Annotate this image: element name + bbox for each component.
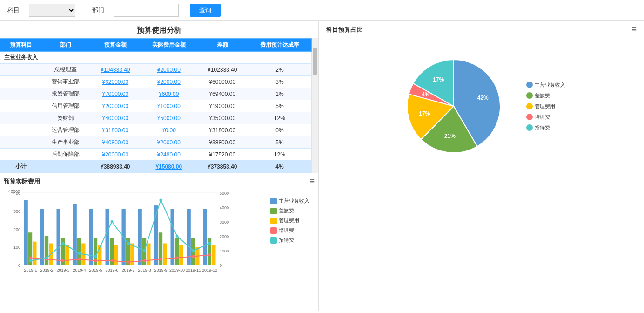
svg-text:2019-5: 2019-5 bbox=[89, 268, 102, 272]
dot-招待费-2019-1 bbox=[29, 259, 32, 262]
cell-diff: ¥35000.00 bbox=[197, 112, 248, 124]
cell-budget[interactable]: ¥40000.00 bbox=[90, 112, 141, 124]
pie-legend-label-4: 培训费 bbox=[535, 114, 550, 121]
cell-rate: 0% bbox=[248, 124, 311, 136]
bar-主营业务收入-2019-12 bbox=[203, 209, 207, 265]
cell-actual[interactable]: ¥0.00 bbox=[141, 124, 197, 136]
query-button[interactable]: 查询 bbox=[190, 4, 221, 17]
dot-招待费-2019-2 bbox=[46, 257, 48, 259]
cell-subject bbox=[0, 100, 41, 112]
dot-培训费-2019-5 bbox=[94, 259, 97, 262]
table-row: 运营管理部 ¥31800.00 ¥0.00 ¥31800.00 0% bbox=[0, 124, 312, 136]
dot-招待费-2019-9 bbox=[160, 199, 162, 202]
subtotal-row: 小计 ¥388933.40 ¥15080.00 ¥373853.40 4% bbox=[0, 161, 312, 173]
svg-text:5000: 5000 bbox=[220, 191, 229, 196]
pie-legend-label-1: 主营业务收入 bbox=[535, 82, 565, 88]
svg-text:40000: 40000 bbox=[8, 189, 20, 194]
svg-text:2019-4: 2019-4 bbox=[73, 268, 86, 272]
dot-招待费-2019-12 bbox=[208, 242, 211, 245]
cell-rate: 1% bbox=[248, 88, 311, 100]
dot-培训费-2019-11 bbox=[192, 255, 195, 258]
cell-budget[interactable]: ¥62000.00 bbox=[90, 76, 141, 88]
bar-chart-menu-icon[interactable]: ≡ bbox=[309, 177, 315, 186]
subtotal-label: 小计 bbox=[0, 161, 41, 173]
dot-培训费-2019-4 bbox=[78, 258, 81, 261]
table-title: 预算使用分析 bbox=[0, 21, 318, 38]
dot-培训费-2019-8 bbox=[143, 259, 146, 262]
svg-text:0: 0 bbox=[220, 263, 222, 268]
bar-差旅费-2019-2 bbox=[45, 236, 48, 265]
cell-diff: ¥60000.00 bbox=[197, 76, 248, 88]
svg-text:0: 0 bbox=[18, 263, 20, 268]
dept-input[interactable] bbox=[114, 4, 179, 17]
dot-招待费-2019-5 bbox=[94, 255, 97, 258]
svg-text:2019-8: 2019-8 bbox=[138, 268, 151, 272]
cell-dept: 生产事业部 bbox=[41, 136, 90, 149]
cell-diff: ¥69400.00 bbox=[197, 88, 248, 100]
cell-budget[interactable]: ¥31800.00 bbox=[90, 124, 141, 136]
svg-text:3000: 3000 bbox=[220, 220, 229, 225]
cell-budget[interactable]: ¥40800.00 bbox=[90, 136, 141, 149]
table-row: 资财部 ¥40000.00 ¥5000.00 ¥35000.00 12% bbox=[0, 112, 312, 124]
cell-actual[interactable]: ¥5000.00 bbox=[141, 112, 197, 124]
pie-legend-label-2: 差旅费 bbox=[535, 92, 550, 99]
cell-actual[interactable]: ¥600.00 bbox=[141, 88, 197, 100]
legend-label-5: 招待费 bbox=[279, 237, 294, 244]
svg-text:200: 200 bbox=[13, 227, 20, 232]
table-row: 信用管理部 ¥20000.00 ¥1000.00 ¥19000.00 5% bbox=[0, 100, 312, 112]
legend-color-1 bbox=[270, 198, 277, 204]
legend-label-3: 管理费用 bbox=[279, 217, 299, 224]
bar-主营业务收入-2019-6 bbox=[106, 209, 109, 265]
cell-subject bbox=[0, 124, 41, 136]
svg-text:2019-3: 2019-3 bbox=[56, 268, 69, 272]
cell-dept: 投资管理部 bbox=[41, 88, 90, 100]
cell-actual[interactable]: ¥2000.00 bbox=[141, 136, 197, 149]
cell-actual[interactable]: ¥1000.00 bbox=[141, 100, 197, 112]
dot-招待费-2019-10 bbox=[176, 235, 179, 238]
dot-招待费-2019-3 bbox=[62, 242, 65, 245]
cell-dept: 信用管理部 bbox=[41, 100, 90, 112]
bar-chart-section: 预算实际费用 ≡ 0100200300400010002000300040005… bbox=[0, 173, 318, 311]
cell-dept: 后勤保障部 bbox=[41, 149, 90, 161]
legend-label-1: 主营业务收入 bbox=[279, 197, 309, 204]
svg-text:4000: 4000 bbox=[220, 205, 229, 210]
cell-subject bbox=[0, 64, 41, 76]
cell-budget[interactable]: ¥20000.00 bbox=[90, 100, 141, 112]
cell-budget[interactable]: ¥20000.00 bbox=[90, 149, 141, 161]
cell-diff: ¥17520.00 bbox=[197, 149, 248, 161]
cell-diff: ¥19000.00 bbox=[197, 100, 248, 112]
pie-legend-color-5 bbox=[526, 124, 533, 131]
subtotal-actual[interactable]: ¥15080.00 bbox=[141, 161, 197, 173]
subtotal-diff: ¥373853.40 bbox=[197, 161, 248, 173]
bar-管理费用-2019-3 bbox=[65, 245, 69, 265]
subtotal-dept bbox=[41, 161, 90, 173]
dept-label: 部门 bbox=[92, 6, 104, 14]
cell-actual[interactable]: ¥2480.00 bbox=[141, 149, 197, 161]
dot-培训费-2019-6 bbox=[111, 259, 114, 262]
pie-label-招待费: 17% bbox=[433, 76, 444, 83]
dot-招待费-2019-11 bbox=[192, 249, 195, 252]
bar-管理费用-2019-6 bbox=[114, 245, 118, 265]
legend-item-5: 招待费 bbox=[270, 237, 317, 244]
cell-rate: 5% bbox=[248, 136, 311, 149]
pie-label-管理费用: 17% bbox=[419, 110, 430, 117]
legend-label-4: 培训费 bbox=[279, 227, 294, 234]
cell-actual[interactable]: ¥2000.00 bbox=[141, 76, 197, 88]
cell-budget[interactable]: ¥104333.40 bbox=[90, 64, 141, 76]
bar-管理费用-2019-9 bbox=[163, 244, 167, 265]
subject-select[interactable] bbox=[29, 4, 75, 17]
top-bar: 科目 部门 查询 bbox=[0, 0, 644, 21]
cell-actual[interactable]: ¥2000.00 bbox=[141, 64, 197, 76]
bar-主营业务收入-2019-2 bbox=[40, 209, 44, 265]
cell-budget[interactable]: ¥70000.00 bbox=[90, 88, 141, 100]
bar-legend: 主营业务收入 差旅费 管理费用 培训费 bbox=[270, 188, 317, 244]
pie-menu-icon[interactable]: ≡ bbox=[631, 25, 637, 34]
right-panel: 科目预算占比 ≡ 42%21%17%4%17% 主营业务收入 差旅费 管理费用 bbox=[319, 21, 644, 311]
svg-text:1000: 1000 bbox=[220, 249, 229, 253]
table-scroll-area[interactable]: 预算科目 部门 预算金额 实际费用金额 差额 费用预计达成率 主营业务收入 总经… bbox=[0, 38, 312, 173]
dot-招待费-2019-8 bbox=[143, 249, 146, 252]
col-dept: 部门 bbox=[41, 39, 90, 52]
dot-培训费-2019-9 bbox=[160, 258, 162, 261]
scrollbar[interactable] bbox=[312, 38, 318, 173]
dot-培训费-2019-3 bbox=[62, 259, 65, 262]
